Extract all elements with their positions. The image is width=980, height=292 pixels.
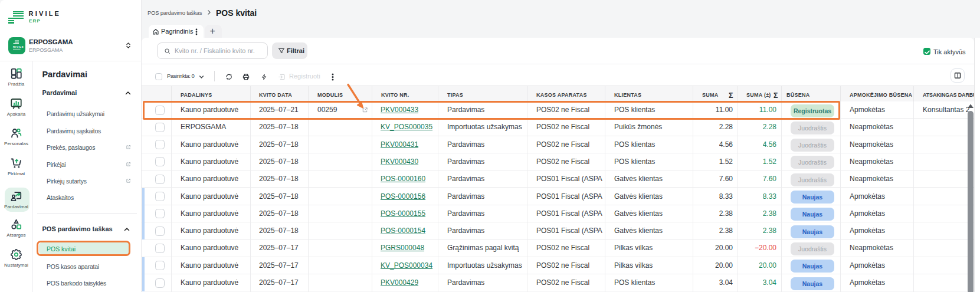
svg-text:RIVILE: RIVILE <box>13 45 24 48</box>
